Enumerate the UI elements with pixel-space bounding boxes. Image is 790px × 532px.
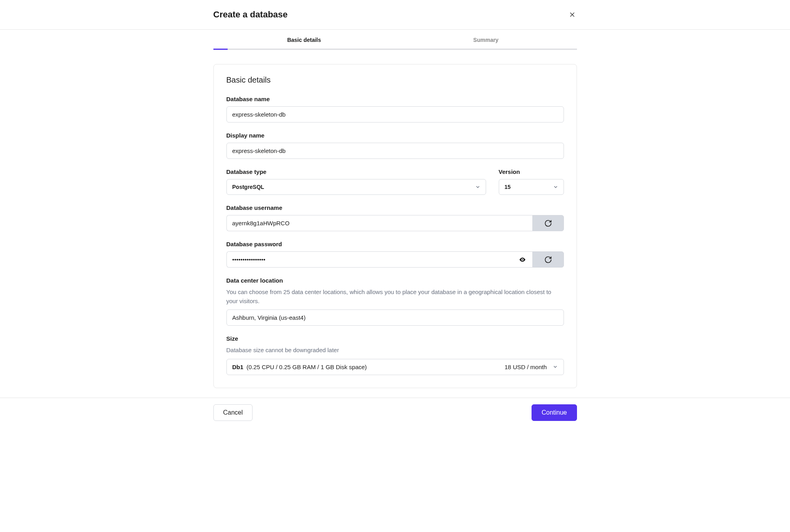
regenerate-password-button[interactable] [532,251,564,268]
label-size: Size [226,335,564,342]
select-version[interactable]: 15 [499,179,564,195]
input-data-center-location[interactable] [226,309,564,326]
size-description: Db1 (0.25 CPU / 0.25 GB RAM / 1 GB Disk … [232,364,367,370]
modal-header: Create a database [213,0,577,29]
size-name: Db1 [232,364,243,370]
close-icon [569,11,575,18]
wizard-tabs: Basic details Summary [213,30,577,49]
label-data-center-location: Data center location [226,277,564,284]
input-database-username[interactable] [226,215,532,231]
field-database-name: Database name [226,96,564,123]
helper-data-center-location: You can choose from 25 data center locat… [226,288,564,306]
chevron-down-icon [552,364,558,370]
size-price-wrap: 18 USD / month [505,364,558,370]
section-heading: Basic details [226,75,564,85]
field-data-center-location: Data center location You can choose from… [226,277,564,326]
regenerate-username-button[interactable] [532,215,564,231]
svg-point-2 [522,259,523,260]
field-version: Version 15 [499,168,564,195]
modal-footer: Cancel Continue [0,398,790,428]
field-database-username: Database username [226,204,564,231]
label-database-username: Database username [226,204,564,211]
eye-icon [519,256,526,263]
continue-button[interactable]: Continue [532,404,577,421]
label-database-name: Database name [226,96,564,102]
label-display-name: Display name [226,132,564,139]
field-database-password: Database password [226,241,564,268]
refresh-icon [544,219,552,227]
size-spec: (0.25 CPU / 0.25 GB RAM / 1 GB Disk spac… [247,364,367,370]
field-size: Size Database size cannot be downgraded … [226,335,564,375]
progress-fill [213,49,228,50]
label-database-type: Database type [226,168,486,175]
refresh-icon [544,256,552,264]
form-card: Basic details Database name Display name… [213,64,577,388]
close-button[interactable] [568,10,577,19]
field-row-type-version: Database type PostgreSQL Version 15 [226,168,564,195]
select-size[interactable]: Db1 (0.25 CPU / 0.25 GB RAM / 1 GB Disk … [226,359,564,375]
size-price: 18 USD / month [505,364,547,370]
select-database-type[interactable]: PostgreSQL [226,179,486,195]
progress-track [213,49,577,50]
label-version: Version [499,168,564,175]
tab-summary[interactable]: Summary [395,37,577,49]
field-database-type: Database type PostgreSQL [226,168,486,195]
helper-size: Database size cannot be downgraded later [226,346,564,355]
input-database-name[interactable] [226,106,564,123]
label-database-password: Database password [226,241,564,247]
input-display-name[interactable] [226,143,564,159]
tab-basic-details[interactable]: Basic details [213,37,395,49]
modal-title: Create a database [213,9,288,20]
input-database-password[interactable] [226,251,532,268]
field-display-name: Display name [226,132,564,159]
cancel-button[interactable]: Cancel [213,404,253,421]
toggle-password-visibility-button[interactable] [517,255,528,265]
